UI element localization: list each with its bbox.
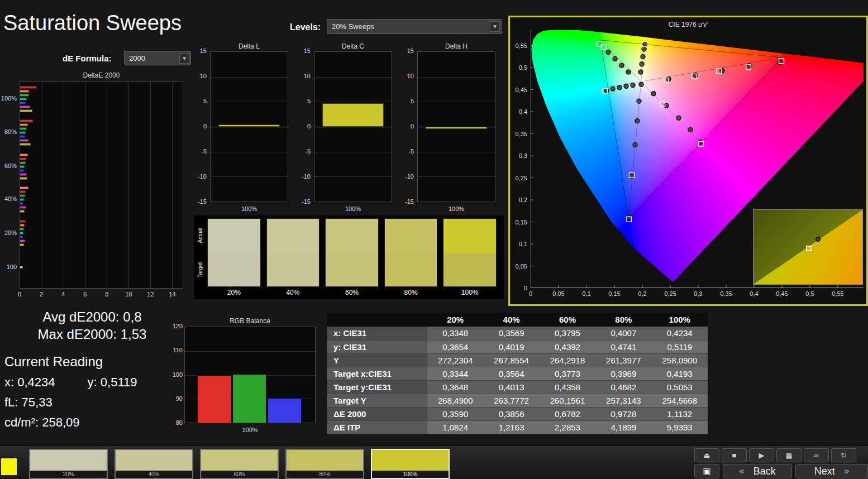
chevron-down-icon: ▼ xyxy=(490,21,500,32)
pattern-window-button[interactable]: ▣ xyxy=(694,464,719,478)
table-cell: 0,9728 xyxy=(595,407,651,420)
axis-tick-label: 0,3 xyxy=(694,290,702,297)
window-icon: ▣ xyxy=(703,466,710,476)
swatch xyxy=(443,218,497,287)
refresh-button[interactable]: ↻ xyxy=(831,448,856,462)
table-cell: 0,4234 xyxy=(652,327,708,340)
deltae-xtick-label: 14 xyxy=(169,291,175,298)
deltae-bar xyxy=(20,119,33,122)
chevron-right-icon: » xyxy=(844,466,849,477)
table-cell: 268,4900 xyxy=(427,394,483,407)
axis-tick-label: 0,5 xyxy=(510,64,527,71)
deltae-bar xyxy=(20,127,27,130)
patch-button-80%[interactable]: 80% xyxy=(285,449,364,479)
swatch xyxy=(207,218,261,287)
patch-button-20%[interactable]: 20% xyxy=(29,449,108,479)
deltae-bar xyxy=(20,98,27,100)
x-label: x: xyxy=(4,375,14,389)
table-cell: 0,3564 xyxy=(483,367,539,380)
deltae-bar xyxy=(20,169,24,172)
de-formula-dropdown[interactable]: 2000 ▼ xyxy=(124,51,191,65)
table-cell: 5,9393 xyxy=(652,420,708,434)
ytick-label: -5 xyxy=(191,148,207,155)
rgb-y-axis: 1201101009080 xyxy=(167,327,183,423)
delta-h-chart: Delta H151050-5-10-15100% xyxy=(398,42,497,215)
table-cell: 2,2853 xyxy=(540,420,595,434)
y-value: 0,5119 xyxy=(101,375,137,389)
table-cell: 0,4682 xyxy=(595,380,651,394)
eject-button[interactable]: ⏏ xyxy=(694,448,719,462)
ytick-label: 100 xyxy=(167,371,183,378)
deltae-ytick-label: 80% xyxy=(0,128,17,135)
axis-tick-label: 0,45 xyxy=(776,290,788,297)
gridline xyxy=(314,152,392,152)
stop-button[interactable]: ■ xyxy=(722,448,747,462)
table-row-label: x: CIE31 xyxy=(327,327,427,340)
table-header-cell: 80% xyxy=(595,313,651,327)
delta-value-bar xyxy=(218,124,279,127)
axis-tick-label: 0,4 xyxy=(510,108,527,115)
table-cell: 0,3590 xyxy=(427,407,483,420)
levels-dropdown[interactable]: 20% Sweeps ▼ xyxy=(327,19,502,34)
ytick-label: -15 xyxy=(191,198,207,205)
deltae-bar-group xyxy=(20,154,183,180)
bottom-bar: 20%40%60%80%100% ⏏■▶▦∞↻ ▣ « Back Next » xyxy=(0,446,868,479)
avg-de2000: Avg dE2000: 0,8 xyxy=(0,308,184,325)
deltae-xtick-label: 6 xyxy=(83,291,87,298)
axis-tick-label: 0,15 xyxy=(510,219,527,226)
table-row-label: ΔE ITP xyxy=(327,420,427,434)
gridline xyxy=(418,176,495,177)
nav-controls: ▣ « Back Next » xyxy=(694,464,868,478)
patch-button-100%[interactable]: 100% xyxy=(371,449,450,479)
actual-row-label: Actual xyxy=(195,218,204,253)
deltae-bar xyxy=(20,190,26,193)
back-button[interactable]: « Back xyxy=(723,464,792,478)
deltae-bar xyxy=(20,165,25,168)
rgb-balance-plot xyxy=(184,327,316,423)
next-button[interactable]: Next » xyxy=(795,464,868,478)
ytick-label: -5 xyxy=(295,148,311,155)
swatch-cell-80%: 80% xyxy=(384,218,438,299)
pattern-button[interactable]: ▦ xyxy=(776,448,802,462)
xtick-label: 100% xyxy=(314,205,392,212)
swatch xyxy=(266,218,320,287)
current-color-indicator xyxy=(1,458,17,475)
current-reading-heading: Current Reading xyxy=(4,354,184,370)
deltae-bar xyxy=(20,266,23,269)
patch-color xyxy=(30,450,107,471)
axis-tick-label: 0,35 xyxy=(720,290,732,297)
ytick-label: 0 xyxy=(191,123,207,130)
deltae-bar xyxy=(20,173,27,176)
infinity-icon: ∞ xyxy=(814,451,819,459)
axis-tick-label: 0,25 xyxy=(510,175,527,181)
loop-button[interactable]: ∞ xyxy=(804,448,829,462)
deltae-bar xyxy=(20,220,26,223)
swatch-actual xyxy=(443,219,496,253)
table-header-cell xyxy=(327,313,427,327)
transport-controls: ⏏■▶▦∞↻ xyxy=(694,448,856,462)
gridline xyxy=(211,176,288,177)
page-title: Saturation Sweeps xyxy=(3,11,182,35)
deltae-bar xyxy=(20,123,28,126)
xtick-label: 100% xyxy=(417,205,495,212)
patch-button-60%[interactable]: 60% xyxy=(200,449,279,479)
swatch-cell-100%: 100% xyxy=(443,218,497,299)
deltae-xtick-label: 12 xyxy=(147,291,154,298)
patch-button-40%[interactable]: 40% xyxy=(115,449,193,479)
axis-tick-label: 0,2 xyxy=(638,290,646,297)
ytick-label: 15 xyxy=(295,47,311,54)
stop-icon: ■ xyxy=(732,451,737,459)
xy-reading: x: 0,4234y: 0,5119 xyxy=(4,375,184,390)
eject-icon: ⏏ xyxy=(703,451,710,459)
play-button[interactable]: ▶ xyxy=(749,448,774,462)
swatch-label: 80% xyxy=(384,287,438,296)
fl-value: 75,33 xyxy=(22,395,53,409)
ytick-label: -5 xyxy=(398,148,414,155)
axis-tick-label: 0,2 xyxy=(510,197,527,203)
deltae-ytick-label: 20% xyxy=(0,229,17,236)
chevron-left-icon: « xyxy=(739,466,744,477)
axis-tick-label: 0 xyxy=(529,290,532,297)
table-cell: 0,5053 xyxy=(652,380,708,394)
gridline xyxy=(172,82,173,288)
deltae-xtick-label: 8 xyxy=(105,291,108,298)
